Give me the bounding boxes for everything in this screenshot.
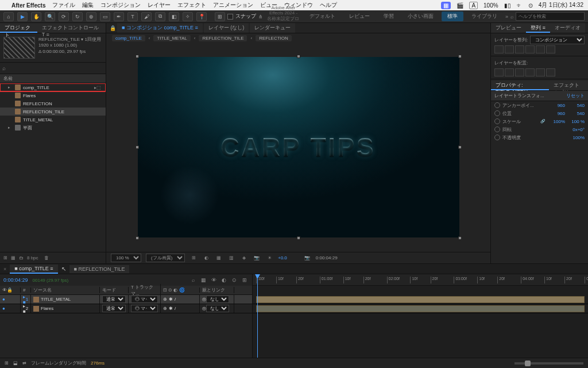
motion-blur-icon[interactable]: ⊙	[230, 276, 238, 284]
switch-icon[interactable]: ⊕	[163, 306, 167, 311]
prop-value[interactable]: 100%	[548, 119, 565, 124]
exposure-value[interactable]: +0.0	[278, 255, 287, 260]
distribute-button[interactable]	[505, 68, 514, 76]
track-matte-select[interactable]: ◎ マットな	[131, 296, 158, 303]
stopwatch-icon[interactable]	[494, 118, 500, 124]
frame-blend-icon[interactable]: ◐	[220, 276, 228, 284]
workspace-tab[interactable]: レビュー	[343, 12, 376, 21]
timeline-tab[interactable]: ■ REFLECTION_TILE	[69, 265, 130, 273]
prop-value[interactable]: 960	[548, 111, 565, 116]
menu-help[interactable]: ヘルプ	[320, 1, 337, 9]
camera-icon[interactable]: 📷	[253, 254, 261, 262]
menubar-icon[interactable]: 🎬	[457, 2, 463, 9]
workspace-tab[interactable]: 学習	[378, 12, 400, 21]
layer-bar[interactable]	[253, 295, 588, 304]
roto-tool[interactable]: ✧	[183, 12, 193, 21]
channel-icon[interactable]: ▦	[215, 254, 223, 262]
control-center-icon[interactable]: ⊙	[528, 2, 533, 9]
breadcrumb-item[interactable]: TITLE_METAL	[153, 35, 190, 41]
snap-icon[interactable]: ⊞	[215, 12, 225, 21]
tab-render-queue[interactable]: レンダーキュー	[250, 23, 295, 33]
project-item[interactable]: REFLECTION	[0, 99, 106, 108]
prop-value[interactable]: 0x+0°	[567, 127, 585, 132]
timeline-layer-row[interactable]: ● ▸ ■ 2 Flares 通常 ◎ マットな ⊕✱/ ◎ なし	[0, 304, 252, 313]
workspace-chevron-icon[interactable]: »	[505, 14, 508, 20]
distribute-button[interactable]	[494, 68, 504, 76]
transform-handle[interactable]	[458, 145, 462, 149]
close-icon[interactable]: ×	[3, 266, 6, 272]
switch-icon[interactable]: /	[175, 306, 176, 311]
align-top-button[interactable]	[525, 45, 535, 53]
selection-tool[interactable]: ▶	[17, 12, 28, 21]
breadcrumb-item[interactable]: comp_TITLE	[112, 35, 145, 41]
distribute-button[interactable]	[515, 68, 524, 76]
timeline-zoom-slider[interactable]	[514, 362, 583, 365]
project-list[interactable]: ▸comp_TITLE▸⬚ Flares REFLECTION REFLECTI…	[0, 83, 106, 252]
menu-edit[interactable]: 編集	[82, 1, 94, 9]
transform-handle[interactable]	[136, 55, 139, 58]
tab-audio[interactable]: オーディオ	[550, 23, 585, 33]
link-icon[interactable]: 🔗	[540, 119, 546, 124]
menu-composition[interactable]: コンポジション	[100, 1, 141, 9]
track-matte-select[interactable]: ◎ マットな	[131, 305, 158, 312]
menu-effect[interactable]: エフェクト	[177, 1, 206, 9]
tab-preview[interactable]: プレビュー	[491, 23, 526, 33]
exposure-icon[interactable]: ☀	[265, 254, 273, 262]
switch-icon[interactable]: /	[175, 297, 176, 302]
stopwatch-icon[interactable]	[494, 126, 500, 132]
project-item[interactable]: Flares	[0, 91, 106, 99]
parent-select[interactable]: なし	[206, 296, 229, 303]
3d-icon[interactable]: ◈	[240, 254, 248, 262]
current-time[interactable]: 0:00:04:29	[3, 277, 28, 283]
tab-properties[interactable]: プロパティ: TITLE_METAL ≡	[491, 80, 549, 90]
visibility-toggle[interactable]: ●	[2, 306, 7, 311]
stopwatch-icon[interactable]	[494, 135, 500, 140]
distribute-button[interactable]	[546, 68, 555, 76]
resolution-select[interactable]: (フル画質)	[146, 254, 185, 262]
rotate-tool[interactable]: ↻	[72, 12, 83, 21]
type-tool[interactable]: T	[127, 12, 138, 21]
project-item-folder[interactable]: ▸平面	[0, 124, 106, 132]
pen-tool[interactable]: ✒	[114, 12, 124, 21]
menubar-icon[interactable]: A	[469, 2, 478, 9]
distribute-button[interactable]	[536, 68, 545, 76]
toggle-switches-icon[interactable]: ⊞	[5, 361, 9, 366]
tab-effects-presets[interactable]: エフェクト＆プリ	[549, 80, 588, 90]
timeline-track-area[interactable]: .00f 10f 20f 01:00f 10f 20f 02:00f 10f 2…	[253, 274, 588, 358]
blend-mode-select[interactable]: 通常	[102, 296, 126, 303]
switch-icon[interactable]: ⊕	[163, 297, 167, 302]
rect-tool[interactable]: ▭	[100, 12, 110, 21]
new-folder-icon[interactable]: 🗀	[19, 255, 24, 260]
new-comp-icon[interactable]: ▦	[11, 255, 16, 260]
tab-effect-controls[interactable]: エフェクトコントロール T ≡	[37, 23, 106, 33]
menubar-icon[interactable]: ▦	[441, 2, 451, 9]
prop-value[interactable]: 100 %	[567, 119, 585, 124]
transform-handle[interactable]	[136, 145, 139, 149]
workspace-tab[interactable]: 標準	[442, 12, 463, 21]
switch-icon[interactable]: ✱	[169, 306, 173, 311]
breadcrumb-item[interactable]: REFLECTION_TILE	[199, 35, 247, 41]
search-icon[interactable]: ⌕	[189, 276, 197, 284]
menu-animation[interactable]: アニメーション	[213, 1, 253, 9]
bpc-toggle[interactable]: 8 bpc	[27, 255, 38, 260]
tab-composition[interactable]: ■ コンポジション comp_TITLE ≡	[117, 23, 203, 33]
switch-icon[interactable]: ✱	[169, 297, 173, 302]
toggle-modes-icon[interactable]: ⬓	[13, 361, 18, 366]
project-item-comp-title[interactable]: ▸comp_TITLE▸⬚	[0, 83, 106, 91]
help-search-input[interactable]	[516, 12, 585, 21]
brush-tool[interactable]: 🖌	[141, 12, 152, 21]
align-to-select[interactable]: コンポジション	[530, 36, 585, 44]
visibility-toggle[interactable]: ●	[2, 297, 7, 302]
prop-value[interactable]: 540	[567, 111, 585, 116]
transform-handle[interactable]	[458, 55, 462, 58]
tab-project[interactable]: プロジェクト	[0, 23, 37, 33]
clock[interactable]: 4月 1日(水) 14:32	[539, 1, 583, 9]
trash-icon[interactable]: 🗑	[44, 255, 49, 260]
menu-layer[interactable]: レイヤー	[148, 1, 171, 9]
project-item[interactable]: REFLECTION_TILE	[0, 108, 106, 116]
composition-viewer[interactable]: CARP TIPS	[106, 43, 490, 252]
breadcrumb-item[interactable]: REFLECTION	[256, 35, 292, 41]
tab-align[interactable]: 整列 ≡	[526, 23, 550, 33]
align-vcenter-button[interactable]	[536, 45, 545, 53]
orbit-tool[interactable]: ⟳	[59, 12, 69, 21]
